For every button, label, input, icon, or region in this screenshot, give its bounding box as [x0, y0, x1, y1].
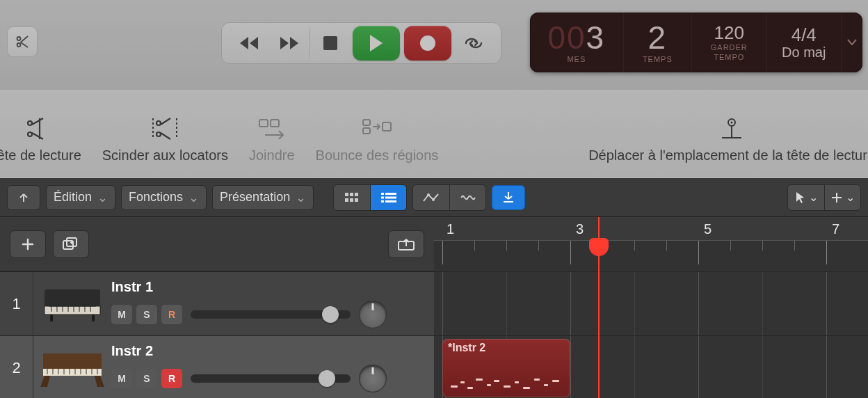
svg-rect-31: [43, 353, 102, 369]
ruler-mark: 1: [447, 221, 454, 237]
pan-knob[interactable]: [359, 301, 387, 328]
lcd-settings-chevron[interactable]: [842, 13, 862, 72]
cut-tool-button[interactable]: [7, 26, 38, 57]
mute-button[interactable]: M: [111, 305, 132, 324]
mute-button[interactable]: M: [111, 369, 132, 388]
bounce-regions-button[interactable]: Bounce des régions: [316, 114, 439, 164]
split-locators-icon: [149, 117, 181, 141]
lcd-tempo[interactable]: 120: [714, 24, 744, 42]
grid-icon: [345, 193, 359, 202]
chevron-down-icon: [847, 39, 857, 46]
arrange-area[interactable]: *Instr 2: [434, 271, 868, 398]
svg-rect-30: [92, 315, 95, 321]
transport-toolbar: 003 MES 2 TEMPS 120 GARDER TEMPO 4/4 Do …: [0, 0, 868, 90]
lcd-tempo-label: TEMPO: [714, 53, 744, 61]
split-at-playhead-button[interactable]: tête de lecture: [0, 114, 81, 164]
add-track-button[interactable]: [10, 230, 46, 258]
lcd-bar: 3: [586, 19, 606, 56]
svg-rect-13: [350, 198, 353, 202]
track-header-1[interactable]: 1 Instr 1 M S R: [0, 271, 434, 335]
track-name[interactable]: Instr 1: [111, 279, 427, 295]
solo-button[interactable]: S: [136, 369, 157, 388]
track-number: 1: [0, 272, 33, 335]
svg-rect-14: [355, 198, 358, 202]
split-locators-label: Scinder aux locators: [102, 148, 228, 164]
bounce-icon: [362, 118, 392, 139]
pointer-tool-button[interactable]: ⌄: [788, 185, 824, 210]
svg-point-21: [427, 193, 430, 196]
transport-controls: [221, 22, 501, 64]
ruler-mark: 5: [704, 221, 712, 237]
svg-rect-9: [345, 193, 348, 196]
track-headers: 1 Instr 1 M S R 2: [0, 271, 434, 398]
catch-playhead-button[interactable]: [492, 185, 525, 210]
timeline-ruler[interactable]: 1 3 5 7: [434, 217, 868, 271]
svg-rect-2: [259, 120, 268, 127]
lcd-display[interactable]: 003 MES 2 TEMPS 120 GARDER TEMPO 4/4 Do …: [530, 13, 862, 72]
bounce-label: Bounce des régions: [316, 148, 439, 164]
lcd-beat: 2: [648, 22, 668, 54]
record-arm-button[interactable]: R: [161, 369, 182, 388]
lcd-bar-label: MES: [567, 55, 586, 63]
svg-rect-29: [50, 315, 53, 321]
rewind-icon: [237, 35, 261, 51]
volume-slider[interactable]: [191, 310, 351, 319]
secondary-tool-button[interactable]: ⌄: [824, 185, 860, 210]
fonctions-menu[interactable]: Fonctions⌄: [121, 185, 207, 210]
automation-curve-button[interactable]: [413, 185, 449, 210]
lcd-tempo-mode: GARDER: [711, 43, 748, 51]
scissors-icon: [14, 33, 31, 50]
midi-region[interactable]: *Instr 2: [442, 339, 570, 397]
list-icon: [381, 193, 396, 202]
join-label: Joindre: [249, 148, 295, 164]
track-header-2[interactable]: 2 Instr 2 M S R: [0, 335, 434, 398]
organ-icon: [38, 347, 107, 390]
volume-slider[interactable]: [191, 374, 351, 383]
ruler-mark: 3: [576, 221, 584, 237]
move-playhead-icon: [718, 117, 746, 141]
plus-icon: [830, 191, 843, 204]
track-name[interactable]: Instr 2: [111, 343, 427, 359]
presentation-menu[interactable]: Présentation⌄: [212, 185, 314, 210]
grid-view-button[interactable]: [334, 185, 370, 210]
rewind-button[interactable]: [229, 22, 269, 64]
region-title: *Instr 2: [448, 342, 565, 354]
list-view-button[interactable]: [370, 185, 406, 210]
stop-icon: [323, 36, 337, 50]
play-button[interactable]: [353, 26, 400, 61]
flex-icon: [460, 193, 476, 202]
svg-rect-16: [385, 193, 396, 195]
duplicate-track-button[interactable]: [53, 230, 89, 258]
join-regions-button[interactable]: Joindre: [249, 114, 295, 164]
svg-rect-19: [381, 200, 384, 202]
cycle-icon: [463, 35, 484, 51]
arrange-row-2[interactable]: *Instr 2: [434, 335, 868, 398]
global-tracks-button[interactable]: [388, 230, 424, 258]
view-mode-segment: [333, 184, 407, 211]
forward-button[interactable]: [269, 22, 310, 64]
midi-preview: [448, 369, 565, 390]
cycle-button[interactable]: [453, 22, 494, 64]
lcd-signature[interactable]: 4/4: [791, 26, 817, 44]
svg-rect-18: [385, 196, 396, 198]
edition-label: Édition: [54, 190, 92, 205]
solo-button[interactable]: S: [136, 305, 157, 324]
stop-button[interactable]: [310, 22, 351, 64]
record-arm-button[interactable]: R: [161, 305, 182, 324]
flex-button[interactable]: [449, 185, 485, 210]
move-to-playhead-button[interactable]: Déplacer à l'emplacement de la tête de l…: [588, 114, 868, 164]
split-at-locators-button[interactable]: Scinder aux locators: [102, 114, 228, 164]
collapse-up-button[interactable]: [7, 185, 40, 210]
svg-rect-6: [383, 122, 391, 131]
record-icon: [419, 35, 436, 51]
edition-menu[interactable]: Édition⌄: [46, 185, 115, 210]
svg-rect-32: [43, 369, 102, 376]
svg-rect-3: [271, 120, 279, 127]
svg-rect-5: [363, 128, 370, 134]
arrange-row-1[interactable]: [434, 271, 868, 335]
svg-rect-27: [45, 306, 100, 315]
record-button[interactable]: [404, 26, 451, 61]
lcd-key[interactable]: Do maj: [782, 45, 826, 59]
pan-knob[interactable]: [359, 365, 387, 392]
split-playhead-icon: [23, 117, 51, 141]
